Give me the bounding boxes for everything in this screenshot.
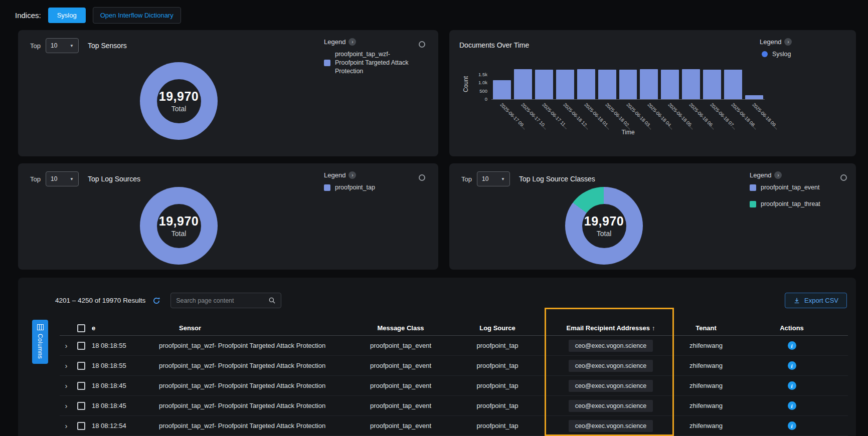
- row-expand-chevron[interactable]: ›: [60, 421, 73, 430]
- donut-chart[interactable]: 19,970 Total: [140, 62, 218, 140]
- bar: [724, 70, 742, 99]
- legend-label: Legend: [324, 171, 345, 179]
- y-tick-label: 1.0k: [478, 80, 487, 85]
- cell-tenant: zhifenwang: [676, 402, 736, 409]
- legend-item[interactable]: proofpoint_tap_event: [750, 183, 841, 192]
- y-axis-title: Count: [462, 69, 469, 100]
- top-count-select[interactable]: 10 ▼: [46, 171, 79, 186]
- legend-radio-button[interactable]: [419, 41, 425, 48]
- syslog-index-button[interactable]: Syslog: [48, 8, 86, 23]
- row-checkbox[interactable]: [77, 362, 85, 370]
- search-box: [170, 293, 281, 308]
- results-table: e Sensor Message Class Log Source Email …: [60, 321, 848, 436]
- top-label: Top: [30, 175, 41, 183]
- row-expand-chevron[interactable]: ›: [60, 381, 73, 390]
- info-icon[interactable]: i: [788, 341, 796, 350]
- cell-sensor: proofpoint_tap_wzf- Proofpoint Targeted …: [156, 402, 352, 409]
- cell-email: ceo@exec.vogon.science: [569, 400, 653, 412]
- donut-chart[interactable]: 19,970 Total: [140, 187, 218, 265]
- cell-log-source: proofpoint_tap: [450, 382, 545, 389]
- legend-label: Legend: [760, 38, 781, 46]
- legend-expand-icon[interactable]: ›: [784, 38, 792, 46]
- select-all-checkbox[interactable]: [77, 324, 85, 332]
- export-csv-button[interactable]: Export CSV: [785, 293, 847, 308]
- info-icon[interactable]: i: [788, 381, 796, 390]
- refresh-icon[interactable]: [152, 297, 160, 305]
- legend-item-label: proofpoint_tap_threat: [761, 200, 820, 208]
- legend-item-label: Syslog: [772, 50, 791, 59]
- legend-label: Legend: [324, 38, 345, 46]
- results-count: 4201 – 4250 of 19970 Results: [55, 297, 145, 304]
- open-interflow-dictionary-button[interactable]: Open Interflow Dictionary: [93, 7, 181, 24]
- results-table-section: 4201 – 4250 of 19970 Results: [18, 278, 856, 436]
- table-grid-icon: [37, 324, 44, 330]
- column-header-email[interactable]: Email Recipient Addresses ↑: [545, 324, 676, 332]
- legend-item[interactable]: Syslog: [762, 50, 815, 59]
- row-expand-chevron[interactable]: ›: [60, 401, 73, 410]
- bar: [535, 70, 553, 99]
- bar: [661, 70, 679, 99]
- column-header-date[interactable]: e: [90, 324, 156, 332]
- legend-radio-button[interactable]: [840, 174, 847, 181]
- columns-button[interactable]: Columns: [32, 320, 48, 364]
- row-checkbox[interactable]: [77, 422, 85, 430]
- column-header-tenant[interactable]: Tenant: [676, 324, 736, 332]
- row-expand-chevron[interactable]: ›: [60, 341, 73, 350]
- donut-total-label: Total: [597, 230, 612, 238]
- columns-button-label: Columns: [37, 334, 44, 359]
- column-header-sensor[interactable]: Sensor: [156, 324, 352, 332]
- bar: [598, 70, 616, 99]
- legend-swatch: [324, 60, 330, 66]
- cell-tenant: zhifenwang: [676, 342, 736, 349]
- legend-expand-icon[interactable]: ›: [774, 171, 782, 179]
- bar: [556, 70, 574, 99]
- chevron-down-icon: ▼: [70, 177, 74, 181]
- donut-chart[interactable]: 19,970 Total: [565, 187, 643, 265]
- y-tick-label: 0: [485, 96, 487, 102]
- column-header-message-class[interactable]: Message Class: [352, 324, 450, 332]
- legend: Legend › proofpoint_tap_event proofpoint…: [750, 171, 841, 216]
- top-count-value: 10: [482, 175, 488, 182]
- column-header-log-source[interactable]: Log Source: [450, 324, 545, 332]
- info-icon[interactable]: i: [788, 421, 796, 430]
- panel-top-log-source-classes: Top 10 ▼ Top Log Source Classes Legend ›…: [449, 163, 856, 270]
- legend-item[interactable]: proofpoint_tap: [324, 183, 410, 192]
- top-count-select[interactable]: 10 ▼: [46, 38, 79, 53]
- legend-expand-icon[interactable]: ›: [349, 38, 356, 46]
- legend-item[interactable]: proofpoint_tap_wzf- Proofpoint Targeted …: [324, 50, 410, 76]
- cell-message-class: proofpoint_tap_event: [352, 362, 450, 369]
- donut-total-value: 19,970: [159, 89, 199, 104]
- legend-expand-icon[interactable]: ›: [349, 171, 356, 179]
- cell-timestamp: 18 08:18:45: [90, 402, 156, 409]
- row-expand-chevron[interactable]: ›: [60, 361, 73, 370]
- bar: [682, 69, 700, 99]
- donut-total-label: Total: [171, 105, 187, 113]
- info-icon[interactable]: i: [788, 361, 796, 370]
- legend-dot: [762, 51, 768, 57]
- download-icon: [793, 297, 800, 304]
- cell-sensor: proofpoint_tap_wzf- Proofpoint Targeted …: [156, 362, 352, 369]
- table-row: › 18 08:18:55 proofpoint_tap_wzf- Proofp…: [60, 356, 848, 376]
- top-count-select[interactable]: 10 ▼: [477, 171, 510, 186]
- search-input[interactable]: [176, 297, 268, 304]
- row-checkbox[interactable]: [77, 342, 85, 350]
- x-axis-labels: 2025-06-17 09...2025-06-17 10...2025-06-…: [491, 100, 765, 133]
- legend-radio-button[interactable]: [419, 174, 425, 181]
- donut-total-value: 19,970: [159, 214, 199, 229]
- panel-title: Top Log Sources: [88, 175, 140, 183]
- cell-sensor: proofpoint_tap_wzf- Proofpoint Targeted …: [156, 382, 352, 389]
- row-checkbox[interactable]: [77, 402, 85, 410]
- row-checkbox[interactable]: [77, 382, 85, 390]
- search-icon[interactable]: [268, 297, 276, 304]
- cell-message-class: proofpoint_tap_event: [352, 342, 450, 349]
- cell-email: ceo@exec.vogon.science: [569, 340, 653, 352]
- legend-item[interactable]: proofpoint_tap_threat: [750, 200, 841, 208]
- cell-timestamp: 18 08:18:55: [90, 342, 156, 349]
- panel-title: Documents Over Time: [459, 41, 529, 49]
- info-icon[interactable]: i: [788, 401, 796, 410]
- cell-timestamp: 18 08:18:45: [90, 382, 156, 389]
- column-header-actions[interactable]: Actions: [736, 324, 848, 332]
- cell-sensor: proofpoint_tap_wzf- Proofpoint Targeted …: [156, 342, 352, 349]
- cell-log-source: proofpoint_tap: [450, 362, 545, 369]
- cell-log-source: proofpoint_tap: [450, 422, 545, 429]
